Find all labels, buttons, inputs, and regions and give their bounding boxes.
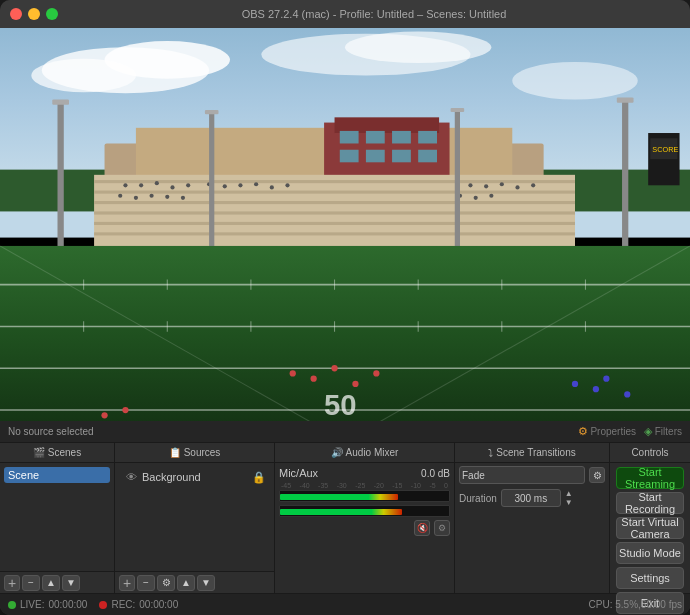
start-streaming-button[interactable]: Start Streaming	[616, 467, 684, 489]
audio-label-row: Mic/Aux 0.0 dB	[279, 467, 450, 479]
source-item[interactable]: 👁 Background 🔒	[119, 467, 270, 487]
svg-point-86	[572, 381, 578, 387]
svg-point-45	[500, 182, 504, 186]
svg-rect-52	[52, 100, 69, 105]
svg-point-89	[624, 391, 630, 397]
panels-row: Scene + − ▲ ▼ 👁 Background	[0, 463, 690, 593]
sources-panel-title: 📋 Sources	[115, 443, 275, 462]
scenes-list: Scene	[0, 463, 114, 571]
svg-point-43	[468, 183, 472, 187]
titlebar: OBS 27.2.4 (mac) - Profile: Untitled – S…	[0, 0, 690, 28]
audio-mute-button[interactable]: 🔇	[414, 520, 430, 536]
svg-rect-17	[366, 150, 385, 163]
move-source-up-button[interactable]: ▲	[177, 575, 195, 591]
svg-rect-53	[209, 112, 214, 248]
scene-transitions-panel: Fade ⚙ Duration ▲ ▼	[455, 463, 610, 593]
preview-image: 50	[0, 28, 690, 421]
svg-rect-16	[340, 150, 359, 163]
vu-meter-2	[279, 505, 450, 517]
move-scene-down-button[interactable]: ▼	[62, 575, 80, 591]
rec-status: REC: 00:00:00	[99, 599, 178, 610]
controls-panel-title: Controls	[610, 443, 690, 462]
svg-point-33	[223, 184, 227, 188]
svg-point-28	[139, 183, 143, 187]
rec-indicator	[99, 601, 107, 609]
add-scene-button[interactable]: +	[4, 575, 20, 591]
remove-scene-button[interactable]: −	[22, 575, 40, 591]
svg-rect-56	[451, 108, 465, 112]
svg-point-46	[515, 185, 519, 189]
svg-point-49	[474, 196, 478, 200]
svg-text:SCORE: SCORE	[652, 145, 678, 154]
audio-icon: 🔊	[331, 447, 343, 458]
svg-rect-12	[340, 131, 359, 144]
transition-settings-button[interactable]: ⚙	[589, 467, 605, 483]
source-lock-icon[interactable]: 🔒	[252, 470, 266, 484]
source-settings-button[interactable]: ⚙	[157, 575, 175, 591]
properties-tab-header[interactable]: ⚙ Properties	[578, 425, 636, 438]
window-title: OBS 27.2.4 (mac) - Profile: Untitled – S…	[68, 8, 680, 20]
svg-point-88	[603, 376, 609, 382]
svg-point-84	[352, 381, 358, 387]
sources-list: 👁 Background 🔒	[115, 463, 274, 571]
sources-toolbar: + − ⚙ ▲ ▼	[115, 571, 274, 593]
add-source-button[interactable]: +	[119, 575, 135, 591]
svg-rect-24	[94, 211, 575, 214]
panel-titles-row: 🎬 Scenes 📋 Sources 🔊 Audio Mixer ⤵ Scene…	[0, 443, 690, 463]
svg-point-38	[118, 194, 122, 198]
scene-item[interactable]: Scene	[4, 467, 110, 483]
transitions-panel-title: ⤵ Scene Transitions	[455, 443, 610, 462]
audio-settings-button[interactable]: ⚙	[434, 520, 450, 536]
svg-rect-13	[366, 131, 385, 144]
svg-rect-14	[392, 131, 411, 144]
vu-level-bar-2	[280, 509, 402, 515]
svg-point-37	[285, 183, 289, 187]
audio-mixer-panel: Mic/Aux 0.0 dB -45-40-35-30-25-20-15-10-…	[275, 463, 455, 593]
svg-text:50: 50	[324, 389, 357, 421]
scenes-panel-title: 🎬 Scenes	[0, 443, 115, 462]
move-source-down-button[interactable]: ▼	[197, 575, 215, 591]
move-scene-up-button[interactable]: ▲	[42, 575, 60, 591]
svg-rect-25	[94, 222, 575, 225]
svg-rect-11	[335, 117, 440, 133]
svg-rect-23	[94, 201, 575, 204]
audio-channel-db: 0.0 dB	[421, 468, 450, 479]
scenes-icon: 🎬	[33, 447, 45, 458]
transition-select-row: Fade ⚙	[455, 463, 609, 487]
settings-button[interactable]: Settings	[616, 567, 684, 589]
start-recording-button[interactable]: Start Recording	[616, 492, 684, 514]
live-status: LIVE: 00:00:00	[8, 599, 87, 610]
svg-point-44	[484, 184, 488, 188]
svg-point-39	[134, 196, 138, 200]
filters-icon: ◈	[644, 425, 652, 437]
svg-rect-19	[418, 150, 437, 163]
no-source-label: No source selected	[8, 426, 94, 437]
svg-point-5	[345, 32, 491, 63]
scenes-toolbar: + − ▲ ▼	[0, 571, 114, 593]
app-window: OBS 27.2.4 (mac) - Profile: Untitled – S…	[0, 0, 690, 615]
filters-tab-header[interactable]: ◈ Filters	[644, 425, 682, 438]
duration-down-button[interactable]: ▼	[563, 498, 575, 507]
transition-duration-row: Duration ▲ ▼	[455, 487, 609, 509]
svg-point-83	[331, 365, 337, 371]
svg-point-90	[101, 412, 107, 418]
studio-mode-button[interactable]: Studio Mode	[616, 542, 684, 564]
rec-time: 00:00:00	[139, 599, 178, 610]
svg-point-41	[165, 195, 169, 199]
remove-source-button[interactable]: −	[137, 575, 155, 591]
svg-point-40	[150, 194, 154, 198]
svg-rect-54	[205, 110, 219, 114]
svg-rect-26	[94, 232, 575, 235]
source-visibility-icon[interactable]: 👁	[123, 469, 139, 485]
minimize-button[interactable]	[28, 8, 40, 20]
transition-type-select[interactable]: Fade	[459, 466, 585, 484]
duration-up-button[interactable]: ▲	[563, 489, 575, 498]
svg-point-87	[593, 386, 599, 392]
maximize-button[interactable]	[46, 8, 58, 20]
duration-input[interactable]	[501, 489, 561, 507]
rec-label: REC:	[111, 599, 135, 610]
vu-level-bar	[280, 494, 398, 500]
close-button[interactable]	[10, 8, 22, 20]
start-virtual-camera-button[interactable]: Start Virtual Camera	[616, 517, 684, 539]
sources-icon: 📋	[169, 447, 181, 458]
